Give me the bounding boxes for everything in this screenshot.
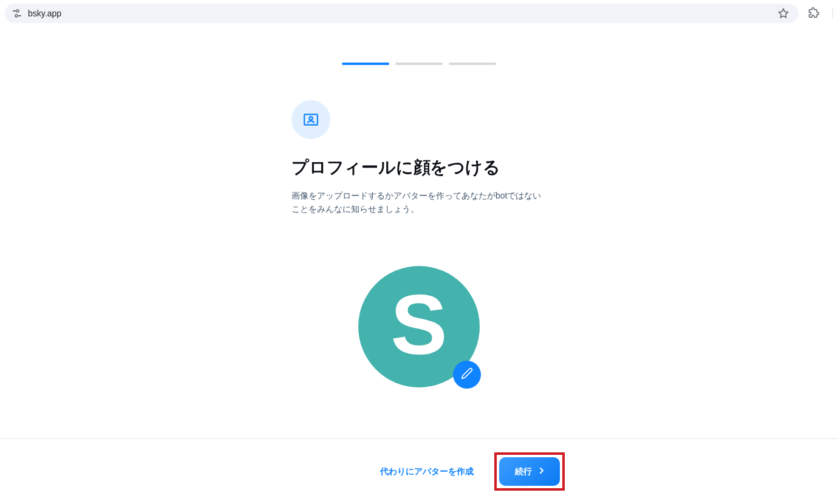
browser-url-bar: bsky.app (0, 0, 838, 27)
progress-step-3 (449, 63, 496, 65)
svg-rect-2 (18, 15, 21, 16)
svg-point-6 (309, 117, 312, 120)
toolbar-divider (833, 8, 833, 19)
svg-point-1 (16, 10, 19, 12)
extensions-icon[interactable] (808, 7, 820, 19)
bookmark-star-icon[interactable] (778, 8, 789, 19)
progress-step-2 (395, 63, 443, 65)
create-avatar-link[interactable]: 代わりにアバターを作成 (372, 460, 482, 483)
progress-step-1 (342, 63, 389, 65)
continue-button-label: 続行 (515, 466, 532, 477)
continue-button-highlight: 続行 (494, 452, 565, 491)
chevron-right-icon (537, 466, 547, 477)
progress-steps (342, 63, 496, 65)
svg-point-3 (15, 15, 18, 17)
onboarding-subtitle: 画像をアップロードするかアバターを作ってあなたがbotではないことをみんなに知ら… (291, 189, 547, 216)
svg-rect-0 (13, 10, 16, 12)
edit-avatar-button[interactable] (453, 361, 481, 389)
svg-marker-4 (779, 9, 788, 18)
footer-actions: 代わりにアバターを作成 続行 (310, 452, 565, 491)
footer-bar: 代わりにアバターを作成 続行 (0, 438, 838, 504)
onboarding-heading: プロフィールに顔をつける (291, 156, 547, 179)
avatar-letter: S (390, 282, 447, 367)
avatar-container: S (358, 266, 480, 387)
onboarding-panel: プロフィールに顔をつける 画像をアップロードするかアバターを作ってあなたがbot… (291, 100, 547, 387)
continue-button[interactable]: 続行 (499, 457, 560, 486)
onboarding-content: プロフィールに顔をつける 画像をアップロードするかアバターを作ってあなたがbot… (0, 27, 838, 504)
site-settings-icon[interactable] (12, 9, 22, 18)
profile-picture-icon (291, 100, 330, 139)
pencil-icon (461, 367, 473, 382)
url-text: bsky.app (28, 9, 772, 18)
url-input-container[interactable]: bsky.app (5, 4, 799, 23)
